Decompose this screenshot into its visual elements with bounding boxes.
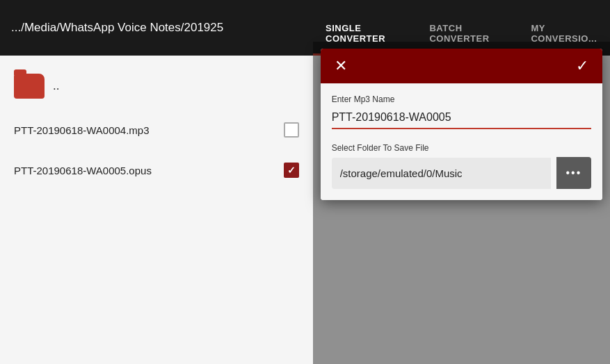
folder-icon [14,74,45,99]
folder-row: ••• [332,157,592,189]
folder-browse-button[interactable]: ••• [556,157,592,189]
dialog-cancel-button[interactable]: ✕ [335,57,347,75]
file-checkbox-2[interactable] [284,163,299,178]
left-panel: .../Media/WhatsApp Voice Notes/201925 ..… [0,0,313,364]
rename-dialog: ✕ ✓ Enter Mp3 Name Select Folder To Save… [321,49,603,200]
dialog-overlay: ✕ ✓ Enter Mp3 Name Select Folder To Save… [313,42,610,364]
current-path: .../Media/WhatsApp Voice Notes/201925 [11,21,223,35]
mp3-name-label: Enter Mp3 Name [332,94,592,104]
file-list: .. PTT-20190618-WA0004.mp3 PTT-20190618-… [0,56,313,364]
right-panel: SINGLE CONVERTER BATCH CONVERTER MY CONV… [313,0,610,364]
dialog-confirm-button[interactable]: ✓ [576,57,588,75]
folder-label: Select Folder To Save File [332,143,592,153]
folder-item[interactable]: .. [0,63,313,110]
folder-label: .. [53,79,59,93]
left-header: .../Media/WhatsApp Voice Notes/201925 [0,0,313,56]
file-checkbox-1[interactable] [284,122,299,138]
file-name-2: PTT-20190618-WA0005.opus [14,165,152,176]
file-item-1[interactable]: PTT-20190618-WA0004.mp3 [0,110,313,150]
file-item-2[interactable]: PTT-20190618-WA0005.opus [0,150,313,190]
dialog-body: Enter Mp3 Name Select Folder To Save Fil… [321,83,603,200]
dialog-toolbar: ✕ ✓ [321,49,603,83]
file-name-1: PTT-20190618-WA0004.mp3 [14,124,150,136]
folder-path-input[interactable] [332,158,551,189]
mp3-name-input[interactable] [332,108,592,129]
